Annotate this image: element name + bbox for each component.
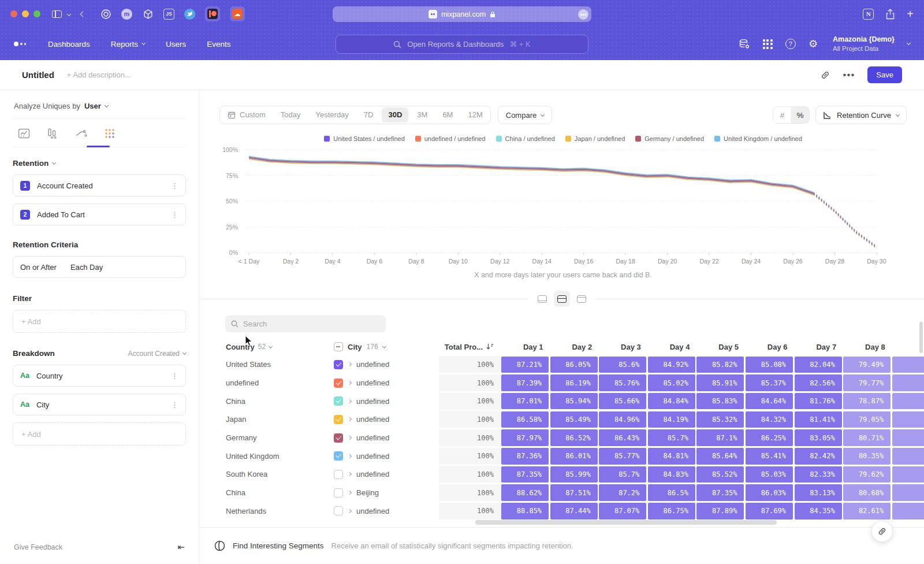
cell-day-value[interactable]: 86.01% bbox=[550, 448, 598, 465]
date-range-option[interactable]: 7D bbox=[356, 106, 381, 124]
step-card-added-to-cart[interactable]: 2 Added To Cart ⋮ bbox=[13, 203, 186, 225]
minimize-window-button[interactable] bbox=[22, 10, 29, 17]
help-icon[interactable]: ? bbox=[785, 39, 796, 49]
apps-grid-icon[interactable] bbox=[763, 39, 773, 49]
cell-day-value[interactable]: 82.61% bbox=[843, 503, 891, 520]
nav-menu-item[interactable]: Events bbox=[207, 40, 230, 49]
more-options-icon[interactable]: ••• bbox=[843, 69, 855, 81]
cell-day-value[interactable]: 82.33% bbox=[795, 466, 842, 483]
series-checkbox[interactable] bbox=[334, 396, 343, 406]
table-row[interactable]: Chinaundefined100%87.01%85.94%85.66%84.8… bbox=[219, 392, 924, 410]
give-feedback-link[interactable]: Give Feedback bbox=[14, 543, 62, 551]
date-range-option[interactable]: 3M bbox=[409, 106, 435, 124]
date-range-option[interactable]: 30D bbox=[382, 107, 408, 123]
table-row[interactable]: undefinedundefined100%87.39%86.19%85.76%… bbox=[219, 374, 924, 392]
column-header-total[interactable]: Total Pro... bbox=[439, 343, 501, 351]
cell-day-value[interactable]: 87.39% bbox=[501, 374, 549, 391]
tab-funnels[interactable] bbox=[45, 127, 60, 140]
cell-day-value[interactable]: 80.68% bbox=[843, 484, 891, 501]
project-selector[interactable]: Amazonia {Demo} All Project Data bbox=[833, 35, 895, 53]
address-bar[interactable]: mixpanel.com ••• bbox=[333, 6, 591, 22]
cell-day-value[interactable]: 86.03% bbox=[746, 484, 793, 501]
series-checkbox[interactable] bbox=[334, 488, 343, 498]
cell-day-value[interactable]: 81.76% bbox=[795, 393, 842, 410]
cell-day-value[interactable]: 87.51% bbox=[550, 484, 598, 501]
cell-day-value[interactable]: 87.97% bbox=[501, 429, 549, 446]
date-range-option[interactable]: Yesterday bbox=[308, 106, 356, 124]
browser-sidebar-icon[interactable] bbox=[52, 10, 62, 18]
cell-day-value[interactable]: 79.49% bbox=[843, 357, 891, 373]
m-app-icon[interactable]: m bbox=[121, 9, 132, 20]
column-header-day[interactable]: Day 2 bbox=[550, 343, 599, 351]
cube-app-icon[interactable] bbox=[142, 8, 154, 20]
series-checkbox[interactable] bbox=[334, 470, 343, 479]
breakdown-card-country[interactable]: Aa Country ⋮ bbox=[13, 365, 186, 387]
legend-item[interactable]: undefined / undefined bbox=[415, 135, 486, 142]
cell-day-value[interactable]: 86.19% bbox=[550, 374, 598, 391]
cell-day-value[interactable]: 85.66% bbox=[599, 393, 646, 410]
column-header-day[interactable]: Day 7 bbox=[795, 343, 844, 351]
date-range-option[interactable]: 12M bbox=[460, 106, 490, 124]
layout-table-only-button[interactable] bbox=[573, 291, 590, 307]
table-row[interactable]: South Koreaundefined100%87.35%85.99%85.7… bbox=[219, 465, 924, 484]
cell-day-value[interactable]: 85.94% bbox=[550, 393, 598, 410]
legend-item[interactable]: Japan / undefined bbox=[565, 135, 625, 142]
tab-retention[interactable] bbox=[103, 127, 118, 140]
column-header-day[interactable]: Day 4 bbox=[648, 343, 697, 351]
criteria-card[interactable]: On or After Each Day bbox=[13, 256, 186, 278]
cell-day-value[interactable]: 78.87% bbox=[843, 393, 891, 410]
tab-flows[interactable] bbox=[74, 127, 89, 140]
cell-day-value[interactable]: 86.75% bbox=[648, 503, 695, 520]
cell-day-value[interactable]: 85.41% bbox=[746, 448, 793, 465]
cell-day-value[interactable]: 79.62% bbox=[843, 466, 891, 483]
cell-day-value[interactable]: 84.81% bbox=[648, 448, 695, 465]
cell-day-value[interactable]: 87.35% bbox=[501, 466, 549, 483]
expand-row-chevron-icon[interactable] bbox=[348, 381, 352, 385]
tab-insights[interactable] bbox=[16, 127, 31, 140]
table-search-input[interactable]: Search bbox=[225, 316, 386, 332]
table-row[interactable]: United Kingdomundefined100%87.36%86.01%8… bbox=[219, 447, 924, 465]
breakdown-scope-selector[interactable]: Account Created bbox=[128, 350, 186, 358]
column-header-country[interactable]: Country 52 bbox=[219, 343, 323, 351]
cell-day-value[interactable]: 86.25% bbox=[746, 429, 793, 446]
copy-link-icon[interactable] bbox=[820, 70, 830, 80]
cell-day-value[interactable]: 85.99% bbox=[550, 466, 598, 483]
data-management-icon[interactable] bbox=[739, 39, 750, 50]
cell-day-value[interactable]: 85.76% bbox=[599, 374, 646, 391]
step-kebab-icon[interactable]: ⋮ bbox=[171, 182, 178, 190]
date-range-option[interactable]: Today bbox=[273, 106, 308, 124]
cell-day-value[interactable]: 84.35% bbox=[795, 503, 842, 520]
save-button[interactable]: Save bbox=[867, 66, 902, 83]
legend-item[interactable]: United States / undefined bbox=[324, 135, 405, 142]
vertical-scrollbar[interactable] bbox=[919, 322, 923, 353]
select-all-checkbox[interactable] bbox=[334, 342, 343, 351]
analyze-value[interactable]: User bbox=[84, 102, 101, 110]
global-search-button[interactable]: Open Reports & Dashboards ⌘ + K bbox=[336, 35, 588, 54]
layout-split-button[interactable] bbox=[554, 291, 570, 307]
cell-day-value[interactable]: 85.77% bbox=[599, 448, 646, 465]
cell-day-value[interactable]: 85.03% bbox=[746, 466, 793, 483]
cell-day-value[interactable]: 84.96% bbox=[599, 411, 646, 428]
chart-type-select[interactable]: Retention Curve bbox=[815, 106, 907, 124]
series-checkbox[interactable] bbox=[334, 360, 343, 369]
retention-chart[interactable] bbox=[245, 147, 881, 255]
cell-day-value[interactable]: 84.84% bbox=[648, 393, 695, 410]
js-app-icon[interactable]: JS bbox=[163, 9, 174, 20]
cell-day-value[interactable]: 80.35% bbox=[843, 448, 891, 465]
share-link-fab[interactable] bbox=[871, 521, 893, 542]
column-header-day[interactable]: Day 5 bbox=[696, 343, 746, 351]
cell-day-value[interactable]: 85.83% bbox=[696, 393, 744, 410]
cell-day-value[interactable]: 85.91% bbox=[696, 374, 744, 391]
bird-app-icon[interactable] bbox=[184, 9, 195, 20]
breakdown-kebab-icon[interactable]: ⋮ bbox=[171, 401, 178, 409]
cell-day-value[interactable]: 84.19% bbox=[648, 411, 695, 428]
cell-day-value[interactable]: 86.58% bbox=[501, 411, 549, 428]
cell-day-value[interactable]: 87.07% bbox=[599, 503, 646, 520]
zoom-window-button[interactable] bbox=[33, 10, 40, 17]
cell-day-value[interactable]: 84.92% bbox=[648, 357, 695, 373]
site-options-icon[interactable]: ••• bbox=[578, 9, 588, 20]
date-range-option[interactable]: 6M bbox=[435, 106, 460, 124]
report-title[interactable]: Untitled bbox=[22, 70, 54, 80]
expand-row-chevron-icon[interactable] bbox=[348, 454, 352, 458]
date-range-option[interactable]: Custom bbox=[220, 106, 273, 124]
